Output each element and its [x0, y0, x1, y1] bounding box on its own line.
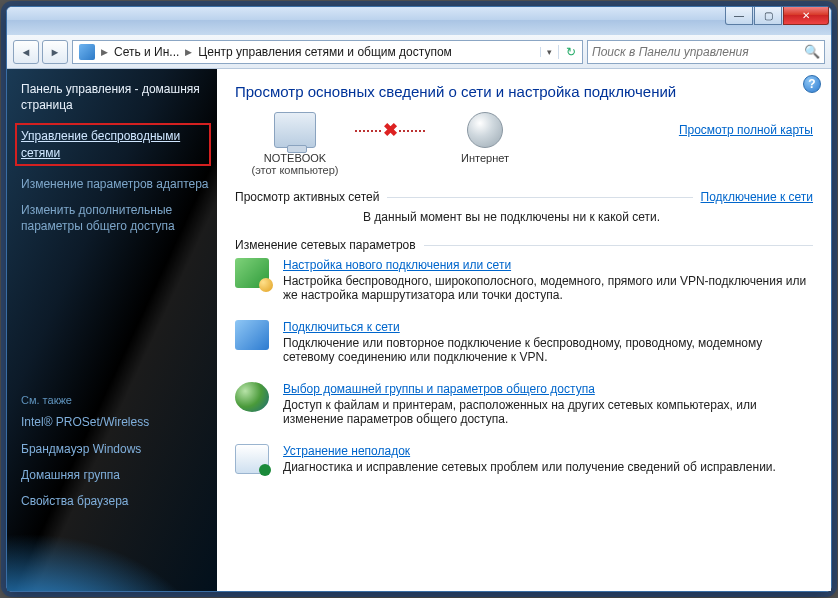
sidebar-link-homegroup[interactable]: Домашняя группа [21, 467, 209, 483]
search-input[interactable] [592, 45, 804, 59]
option-connect[interactable]: Подключиться к сети Подключение или повт… [235, 320, 813, 364]
window: — ▢ ✕ ◄ ► ▶ Сеть и Ин... ▶ Центр управле… [6, 6, 832, 592]
node-this-pc[interactable]: NOTEBOOK (этот компьютер) [235, 112, 355, 176]
nav-forward-button[interactable]: ► [42, 40, 68, 64]
option-desc: Подключение или повторное подключение к … [283, 336, 762, 364]
new-connection-icon [235, 258, 269, 288]
toolbar: ◄ ► ▶ Сеть и Ин... ▶ Центр управления се… [7, 35, 831, 69]
connect-link[interactable]: Подключение к сети [701, 190, 813, 204]
close-button[interactable]: ✕ [783, 7, 829, 25]
sidebar-adapter-link[interactable]: Изменение параметров адаптера [21, 176, 209, 192]
nav-back-button[interactable]: ◄ [13, 40, 39, 64]
node-net-name: Интернет [425, 152, 545, 164]
search-icon: 🔍 [804, 44, 820, 59]
active-networks-heading: Просмотр активных сетей [235, 190, 379, 204]
option-title[interactable]: Подключиться к сети [283, 320, 813, 334]
maximize-button[interactable]: ▢ [754, 7, 782, 25]
globe-icon [467, 112, 503, 148]
breadcrumb-1[interactable]: Сеть и Ин... [108, 45, 185, 59]
sidebar-link-intel[interactable]: Intel® PROSet/Wireless [21, 414, 209, 430]
change-settings-heading: Изменение сетевых параметров [235, 238, 416, 252]
no-network-note: В данный момент вы не подключены ни к ка… [363, 210, 813, 224]
sidebar-advanced-link[interactable]: Изменить дополнительные параметры общего… [21, 202, 209, 234]
option-title[interactable]: Устранение неполадок [283, 444, 776, 458]
minimize-button[interactable]: — [725, 7, 753, 25]
node-internet[interactable]: Интернет [425, 112, 545, 164]
connection-broken: ✖ [355, 112, 425, 148]
option-desc: Настройка беспроводного, широкополосного… [283, 274, 806, 302]
chevron-icon: ▶ [101, 47, 108, 57]
main-content: ? Просмотр основных сведений о сети и на… [217, 69, 831, 591]
refresh-button[interactable]: ↻ [558, 45, 582, 59]
sidebar-link-firewall[interactable]: Брандмауэр Windows [21, 441, 209, 457]
help-button[interactable]: ? [803, 75, 821, 93]
option-title[interactable]: Настройка нового подключения или сети [283, 258, 813, 272]
sidebar: Панель управления - домашняя страница Уп… [7, 69, 217, 591]
option-homegroup[interactable]: Выбор домашней группы и параметров общег… [235, 382, 813, 426]
option-desc: Диагностика и исправление сетевых пробле… [283, 460, 776, 474]
sidebar-wireless-link[interactable]: Управление беспроводными сетями [15, 123, 211, 165]
option-new-connection[interactable]: Настройка нового подключения или сети На… [235, 258, 813, 302]
search-box[interactable]: 🔍 [587, 40, 825, 64]
address-bar[interactable]: ▶ Сеть и Ин... ▶ Центр управления сетями… [72, 40, 583, 64]
breadcrumb-2[interactable]: Центр управления сетями и общим доступом [192, 45, 458, 59]
control-panel-icon [79, 44, 95, 60]
sidebar-link-browser[interactable]: Свойства браузера [21, 493, 209, 509]
sidebar-home-link[interactable]: Панель управления - домашняя страница [21, 81, 209, 113]
node-pc-sub: (этот компьютер) [235, 164, 355, 176]
option-title[interactable]: Выбор домашней группы и параметров общег… [283, 382, 813, 396]
network-map: NOTEBOOK (этот компьютер) ✖ Интернет [235, 112, 813, 176]
troubleshoot-icon [235, 444, 269, 474]
cross-icon: ✖ [381, 121, 399, 139]
node-pc-name: NOTEBOOK [235, 152, 355, 164]
see-also-heading: См. также [21, 394, 209, 406]
option-desc: Доступ к файлам и принтерам, расположенн… [283, 398, 757, 426]
connect-icon [235, 320, 269, 350]
address-dropdown[interactable]: ▾ [540, 47, 558, 57]
titlebar: — ▢ ✕ [7, 7, 831, 35]
homegroup-icon [235, 382, 269, 412]
computer-icon [274, 112, 316, 148]
option-troubleshoot[interactable]: Устранение неполадок Диагностика и испра… [235, 444, 813, 474]
chevron-icon: ▶ [185, 47, 192, 57]
page-title: Просмотр основных сведений о сети и наст… [235, 83, 813, 100]
